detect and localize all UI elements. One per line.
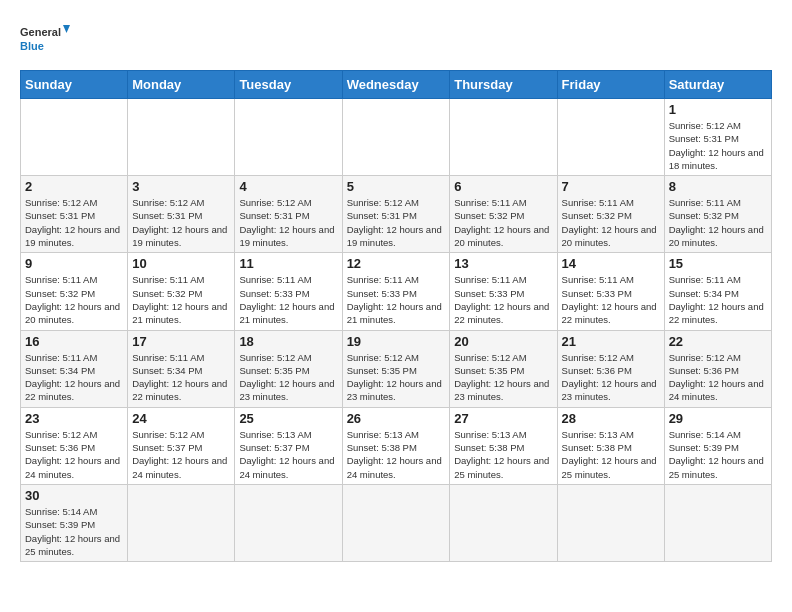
day-cell: 29Sunrise: 5:14 AM Sunset: 5:39 PM Dayli… bbox=[664, 407, 771, 484]
day-number: 24 bbox=[132, 411, 230, 426]
day-cell: 27Sunrise: 5:13 AM Sunset: 5:38 PM Dayli… bbox=[450, 407, 557, 484]
day-number: 14 bbox=[562, 256, 660, 271]
day-info: Sunrise: 5:11 AM Sunset: 5:32 PM Dayligh… bbox=[454, 196, 552, 249]
day-cell: 8Sunrise: 5:11 AM Sunset: 5:32 PM Daylig… bbox=[664, 176, 771, 253]
day-number: 4 bbox=[239, 179, 337, 194]
day-info: Sunrise: 5:11 AM Sunset: 5:32 PM Dayligh… bbox=[669, 196, 767, 249]
day-number: 16 bbox=[25, 334, 123, 349]
weekday-header-sunday: Sunday bbox=[21, 71, 128, 99]
day-number: 30 bbox=[25, 488, 123, 503]
day-number: 21 bbox=[562, 334, 660, 349]
day-cell: 19Sunrise: 5:12 AM Sunset: 5:35 PM Dayli… bbox=[342, 330, 450, 407]
day-info: Sunrise: 5:12 AM Sunset: 5:35 PM Dayligh… bbox=[239, 351, 337, 404]
day-info: Sunrise: 5:12 AM Sunset: 5:31 PM Dayligh… bbox=[25, 196, 123, 249]
day-info: Sunrise: 5:11 AM Sunset: 5:34 PM Dayligh… bbox=[25, 351, 123, 404]
week-row-5: 30Sunrise: 5:14 AM Sunset: 5:39 PM Dayli… bbox=[21, 484, 772, 561]
day-cell: 11Sunrise: 5:11 AM Sunset: 5:33 PM Dayli… bbox=[235, 253, 342, 330]
page-header: General Blue bbox=[20, 20, 772, 60]
day-info: Sunrise: 5:14 AM Sunset: 5:39 PM Dayligh… bbox=[669, 428, 767, 481]
day-number: 27 bbox=[454, 411, 552, 426]
day-info: Sunrise: 5:12 AM Sunset: 5:31 PM Dayligh… bbox=[669, 119, 767, 172]
day-cell: 15Sunrise: 5:11 AM Sunset: 5:34 PM Dayli… bbox=[664, 253, 771, 330]
day-info: Sunrise: 5:11 AM Sunset: 5:34 PM Dayligh… bbox=[132, 351, 230, 404]
day-cell bbox=[557, 484, 664, 561]
day-info: Sunrise: 5:13 AM Sunset: 5:38 PM Dayligh… bbox=[347, 428, 446, 481]
day-number: 12 bbox=[347, 256, 446, 271]
day-cell: 30Sunrise: 5:14 AM Sunset: 5:39 PM Dayli… bbox=[21, 484, 128, 561]
day-cell: 6Sunrise: 5:11 AM Sunset: 5:32 PM Daylig… bbox=[450, 176, 557, 253]
day-number: 3 bbox=[132, 179, 230, 194]
weekday-header-thursday: Thursday bbox=[450, 71, 557, 99]
day-cell: 9Sunrise: 5:11 AM Sunset: 5:32 PM Daylig… bbox=[21, 253, 128, 330]
logo: General Blue bbox=[20, 20, 70, 60]
day-cell bbox=[557, 99, 664, 176]
day-number: 22 bbox=[669, 334, 767, 349]
week-row-0: 1Sunrise: 5:12 AM Sunset: 5:31 PM Daylig… bbox=[21, 99, 772, 176]
day-cell bbox=[664, 484, 771, 561]
day-cell: 18Sunrise: 5:12 AM Sunset: 5:35 PM Dayli… bbox=[235, 330, 342, 407]
day-cell: 26Sunrise: 5:13 AM Sunset: 5:38 PM Dayli… bbox=[342, 407, 450, 484]
day-cell bbox=[342, 484, 450, 561]
day-info: Sunrise: 5:12 AM Sunset: 5:36 PM Dayligh… bbox=[562, 351, 660, 404]
day-cell: 25Sunrise: 5:13 AM Sunset: 5:37 PM Dayli… bbox=[235, 407, 342, 484]
day-number: 6 bbox=[454, 179, 552, 194]
day-cell: 16Sunrise: 5:11 AM Sunset: 5:34 PM Dayli… bbox=[21, 330, 128, 407]
weekday-header-monday: Monday bbox=[128, 71, 235, 99]
day-number: 11 bbox=[239, 256, 337, 271]
day-number: 15 bbox=[669, 256, 767, 271]
day-cell: 3Sunrise: 5:12 AM Sunset: 5:31 PM Daylig… bbox=[128, 176, 235, 253]
day-info: Sunrise: 5:12 AM Sunset: 5:35 PM Dayligh… bbox=[454, 351, 552, 404]
day-info: Sunrise: 5:11 AM Sunset: 5:33 PM Dayligh… bbox=[454, 273, 552, 326]
day-number: 8 bbox=[669, 179, 767, 194]
day-cell: 7Sunrise: 5:11 AM Sunset: 5:32 PM Daylig… bbox=[557, 176, 664, 253]
day-info: Sunrise: 5:12 AM Sunset: 5:36 PM Dayligh… bbox=[25, 428, 123, 481]
day-cell bbox=[128, 484, 235, 561]
day-info: Sunrise: 5:14 AM Sunset: 5:39 PM Dayligh… bbox=[25, 505, 123, 558]
day-number: 13 bbox=[454, 256, 552, 271]
day-info: Sunrise: 5:12 AM Sunset: 5:36 PM Dayligh… bbox=[669, 351, 767, 404]
day-cell bbox=[21, 99, 128, 176]
day-number: 23 bbox=[25, 411, 123, 426]
svg-text:General: General bbox=[20, 26, 61, 38]
week-row-4: 23Sunrise: 5:12 AM Sunset: 5:36 PM Dayli… bbox=[21, 407, 772, 484]
weekday-header-wednesday: Wednesday bbox=[342, 71, 450, 99]
day-cell: 10Sunrise: 5:11 AM Sunset: 5:32 PM Dayli… bbox=[128, 253, 235, 330]
weekday-header-friday: Friday bbox=[557, 71, 664, 99]
weekday-header-tuesday: Tuesday bbox=[235, 71, 342, 99]
day-cell bbox=[450, 484, 557, 561]
week-row-3: 16Sunrise: 5:11 AM Sunset: 5:34 PM Dayli… bbox=[21, 330, 772, 407]
day-number: 5 bbox=[347, 179, 446, 194]
day-info: Sunrise: 5:12 AM Sunset: 5:37 PM Dayligh… bbox=[132, 428, 230, 481]
day-info: Sunrise: 5:13 AM Sunset: 5:37 PM Dayligh… bbox=[239, 428, 337, 481]
day-info: Sunrise: 5:11 AM Sunset: 5:33 PM Dayligh… bbox=[347, 273, 446, 326]
day-number: 10 bbox=[132, 256, 230, 271]
day-number: 19 bbox=[347, 334, 446, 349]
day-cell: 20Sunrise: 5:12 AM Sunset: 5:35 PM Dayli… bbox=[450, 330, 557, 407]
day-number: 17 bbox=[132, 334, 230, 349]
weekday-header-saturday: Saturday bbox=[664, 71, 771, 99]
day-cell: 5Sunrise: 5:12 AM Sunset: 5:31 PM Daylig… bbox=[342, 176, 450, 253]
day-cell bbox=[342, 99, 450, 176]
calendar: SundayMondayTuesdayWednesdayThursdayFrid… bbox=[20, 70, 772, 562]
day-info: Sunrise: 5:11 AM Sunset: 5:33 PM Dayligh… bbox=[562, 273, 660, 326]
day-cell: 24Sunrise: 5:12 AM Sunset: 5:37 PM Dayli… bbox=[128, 407, 235, 484]
day-number: 28 bbox=[562, 411, 660, 426]
day-cell: 4Sunrise: 5:12 AM Sunset: 5:31 PM Daylig… bbox=[235, 176, 342, 253]
day-number: 29 bbox=[669, 411, 767, 426]
day-cell: 13Sunrise: 5:11 AM Sunset: 5:33 PM Dayli… bbox=[450, 253, 557, 330]
svg-text:Blue: Blue bbox=[20, 40, 44, 52]
day-cell: 22Sunrise: 5:12 AM Sunset: 5:36 PM Dayli… bbox=[664, 330, 771, 407]
day-cell: 12Sunrise: 5:11 AM Sunset: 5:33 PM Dayli… bbox=[342, 253, 450, 330]
day-cell: 1Sunrise: 5:12 AM Sunset: 5:31 PM Daylig… bbox=[664, 99, 771, 176]
day-info: Sunrise: 5:12 AM Sunset: 5:31 PM Dayligh… bbox=[347, 196, 446, 249]
day-number: 9 bbox=[25, 256, 123, 271]
day-info: Sunrise: 5:11 AM Sunset: 5:33 PM Dayligh… bbox=[239, 273, 337, 326]
day-number: 20 bbox=[454, 334, 552, 349]
day-cell bbox=[128, 99, 235, 176]
day-cell: 23Sunrise: 5:12 AM Sunset: 5:36 PM Dayli… bbox=[21, 407, 128, 484]
day-info: Sunrise: 5:12 AM Sunset: 5:35 PM Dayligh… bbox=[347, 351, 446, 404]
svg-marker-2 bbox=[63, 25, 70, 33]
day-cell: 2Sunrise: 5:12 AM Sunset: 5:31 PM Daylig… bbox=[21, 176, 128, 253]
day-number: 2 bbox=[25, 179, 123, 194]
logo-svg: General Blue bbox=[20, 20, 70, 60]
